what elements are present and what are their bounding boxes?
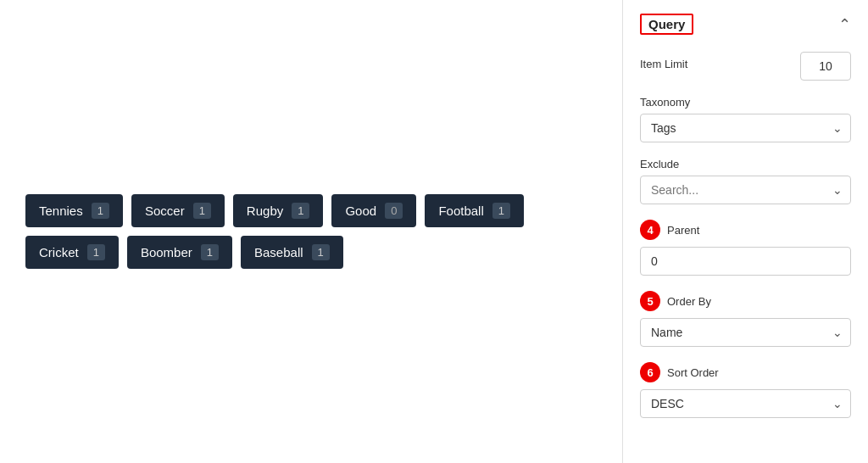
item-limit-input[interactable] [800, 52, 851, 81]
collapse-icon[interactable]: ⌃ [838, 15, 851, 34]
tag-count: 1 [492, 203, 510, 219]
tag-count: 1 [292, 203, 309, 219]
item-limit-label: Item Limit [640, 58, 687, 70]
tag-item[interactable]: Rugby1 [233, 194, 324, 227]
tag-label: Cricket [39, 245, 79, 259]
tag-item[interactable]: Football1 [425, 194, 524, 227]
tag-label: Tennies [39, 204, 83, 218]
sort-order-select[interactable]: DESC ASC [640, 389, 851, 418]
left-panel: Tennies1Soccer1Rugby1Good0Football1Crick… [0, 0, 622, 463]
exclude-label: Exclude [640, 158, 851, 170]
tag-label: Rugby [247, 204, 283, 218]
sort-order-step-row: 6 Sort Order [640, 362, 851, 382]
tag-label: Soccer [145, 204, 185, 218]
taxonomy-group: Taxonomy Tags Categories Custom ⌄ [640, 96, 851, 142]
panel-title: Query [640, 14, 693, 35]
parent-step-row: 4 Parent [640, 220, 851, 240]
step-4-badge: 4 [640, 220, 660, 240]
tag-count: 1 [201, 244, 219, 260]
exclude-chevron-icon: ⌄ [832, 183, 843, 197]
parent-group: 4 Parent [640, 220, 851, 276]
panel-header: Query ⌃ [640, 14, 851, 35]
order-by-label: Order By [667, 295, 711, 308]
tag-item[interactable]: Boomber1 [127, 236, 232, 269]
sort-order-label: Sort Order [667, 366, 719, 379]
tag-item[interactable]: Tennies1 [25, 194, 123, 227]
right-panel: Query ⌃ Item Limit Taxonomy Tags Categor… [622, 0, 868, 463]
tag-count: 1 [193, 203, 211, 219]
exclude-search-wrapper: ⌄ [640, 176, 851, 204]
tag-count: 1 [312, 244, 330, 260]
sort-order-group: 6 Sort Order DESC ASC ⌄ [640, 362, 851, 418]
tag-label: Boomber [141, 245, 192, 259]
step-6-badge: 6 [640, 362, 660, 382]
tag-count: 1 [87, 244, 105, 260]
order-by-select[interactable]: Name ID Date [640, 318, 851, 347]
exclude-search-input[interactable] [640, 176, 851, 204]
tag-count: 0 [385, 203, 403, 219]
tag-item[interactable]: Soccer1 [131, 194, 225, 227]
tags-container: Tennies1Soccer1Rugby1Good0Football1Crick… [25, 194, 597, 269]
parent-label: Parent [667, 224, 699, 237]
item-limit-group: Item Limit [640, 52, 851, 81]
exclude-group: Exclude ⌄ [640, 158, 851, 204]
step-5-badge: 5 [640, 291, 660, 311]
sort-order-select-wrapper: DESC ASC ⌄ [640, 389, 851, 418]
taxonomy-select[interactable]: Tags Categories Custom [640, 114, 851, 142]
order-by-step-row: 5 Order By [640, 291, 851, 311]
tag-label: Baseball [254, 245, 303, 259]
parent-input[interactable] [640, 247, 851, 276]
tag-count: 1 [92, 203, 109, 219]
taxonomy-select-wrapper: Tags Categories Custom ⌄ [640, 114, 851, 142]
tag-item[interactable]: Good0 [331, 194, 416, 227]
tag-item[interactable]: Cricket1 [25, 236, 119, 269]
tag-label: Football [438, 204, 483, 218]
taxonomy-label: Taxonomy [640, 96, 851, 109]
order-by-group: 5 Order By Name ID Date ⌄ [640, 291, 851, 347]
tag-label: Good [345, 204, 376, 218]
order-by-select-wrapper: Name ID Date ⌄ [640, 318, 851, 347]
tag-item[interactable]: Baseball1 [241, 236, 343, 269]
